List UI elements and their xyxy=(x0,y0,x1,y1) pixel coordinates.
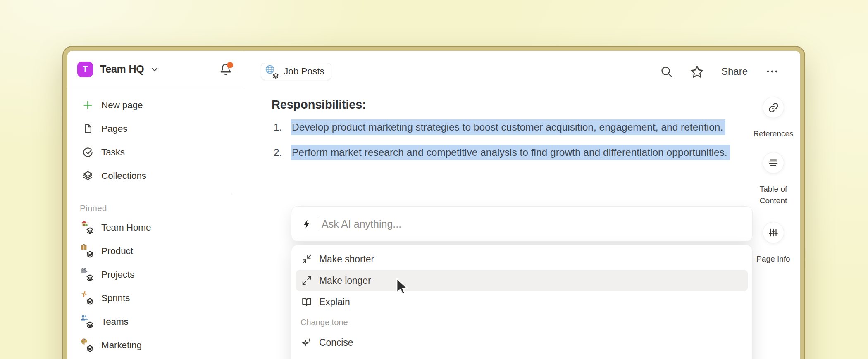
menu-item-label: Make shorter xyxy=(319,254,374,265)
star-icon[interactable] xyxy=(690,65,704,78)
notifications-bell-icon[interactable] xyxy=(219,63,232,76)
sidebar-item-team-home[interactable]: Team Home xyxy=(67,216,244,239)
menu-item-concise[interactable]: Concise xyxy=(296,332,748,353)
sliders-icon xyxy=(768,227,779,238)
sidebar-item-projects[interactable]: Projects xyxy=(67,263,244,286)
text-caret xyxy=(320,217,320,231)
notification-dot xyxy=(227,62,233,68)
pinned-list: Team Home Product Pr xyxy=(67,216,244,357)
sidebar-item-product[interactable]: Product xyxy=(67,239,244,263)
link-icon xyxy=(768,102,779,113)
book-icon xyxy=(300,297,313,307)
sidebar-item-label: Pages xyxy=(101,124,127,134)
arrows-in-icon xyxy=(300,254,313,264)
plus-icon xyxy=(82,100,93,111)
references-button[interactable] xyxy=(763,97,784,118)
menu-item-label: Explain xyxy=(319,297,350,308)
sidebar-divider xyxy=(79,194,232,194)
sidebar-item-label: Teams xyxy=(101,316,129,327)
breadcrumb-page-chip[interactable]: Job Posts xyxy=(261,63,331,80)
sidebar-item-teams[interactable]: Teams xyxy=(67,310,244,333)
list-item[interactable]: 2. Perform market research and competiti… xyxy=(274,144,746,161)
menu-item-make-shorter[interactable]: Make shorter xyxy=(296,248,748,270)
palette-icon xyxy=(82,339,93,352)
sidebar-item-label: Product xyxy=(101,246,133,257)
sidebar-item-label: Sprints xyxy=(101,293,130,304)
sidebar-item-label: Tasks xyxy=(101,147,125,158)
sidebar-item-label: Marketing xyxy=(101,340,142,351)
sidebar-nav: New page Pages Tasks xyxy=(67,88,244,188)
selected-text[interactable]: Develop product marketing strategies to … xyxy=(291,119,725,135)
sidebar-item-label: Team Home xyxy=(101,222,151,233)
rail-label: Table of Content xyxy=(749,183,798,207)
workspace-switcher[interactable]: T Team HQ xyxy=(67,51,244,88)
selected-text[interactable]: Perform market research and competitive … xyxy=(291,145,730,160)
package-icon xyxy=(82,245,93,257)
sidebar: T Team HQ xyxy=(67,51,244,359)
page-icon xyxy=(82,124,93,134)
share-button[interactable]: Share xyxy=(721,66,748,77)
app-window: T Team HQ xyxy=(62,46,805,359)
ai-prompt-input[interactable] xyxy=(322,212,752,236)
document-body: Responsibilities: 1. Develop product mar… xyxy=(244,92,746,169)
toc-icon xyxy=(768,157,779,168)
sidebar-item-tasks[interactable]: Tasks xyxy=(67,140,244,164)
sidebar-item-pages[interactable]: Pages xyxy=(67,117,244,140)
menu-item-make-longer[interactable]: Make longer xyxy=(296,270,748,291)
right-rail: References Table of Content xyxy=(746,51,800,359)
workspace-name: Team HQ xyxy=(100,63,144,75)
sparkle-icon xyxy=(300,337,313,348)
sidebar-item-label: New page xyxy=(101,100,143,111)
rail-label: Page Info xyxy=(749,253,798,265)
list-number: 1. xyxy=(274,119,291,136)
breadcrumb-label: Job Posts xyxy=(284,66,324,77)
runner-icon xyxy=(82,292,93,304)
sidebar-item-sprints[interactable]: Sprints xyxy=(67,286,244,310)
workspace-avatar: T xyxy=(77,62,93,77)
chevron-down-icon[interactable] xyxy=(150,65,159,74)
list-item[interactable]: 1. Develop product marketing strategies … xyxy=(274,119,746,136)
change-tone-section-label: Change tone xyxy=(291,313,752,332)
table-of-content-button[interactable] xyxy=(763,152,784,174)
projector-icon xyxy=(82,269,93,281)
ai-actions-menu: Make shorter Make longer Explain xyxy=(291,245,753,359)
layers-icon xyxy=(82,170,93,181)
rail-label: References xyxy=(749,128,798,140)
menu-item-explain[interactable]: Explain xyxy=(296,291,748,313)
list-number: 2. xyxy=(274,144,291,161)
search-icon[interactable] xyxy=(660,65,673,78)
page-info-button[interactable] xyxy=(763,222,784,243)
pinned-section-label: Pinned xyxy=(80,203,244,213)
sidebar-item-new-page[interactable]: New page xyxy=(67,93,244,117)
globe-icon xyxy=(265,65,279,78)
ai-prompt-popup xyxy=(291,206,753,242)
house-icon xyxy=(82,221,93,234)
main-area: Job Posts Share xyxy=(244,51,800,359)
desktop-background: T Team HQ xyxy=(0,0,868,359)
people-icon xyxy=(82,316,93,328)
task-check-icon xyxy=(82,147,93,158)
sidebar-item-collections[interactable]: Collections xyxy=(67,164,244,188)
sidebar-item-label: Collections xyxy=(101,171,146,181)
topbar: Job Posts Share xyxy=(244,51,800,92)
menu-item-label: Concise xyxy=(319,337,353,348)
menu-item-label: Make longer xyxy=(319,275,371,286)
sidebar-item-label: Projects xyxy=(101,269,134,280)
doc-heading[interactable]: Responsibilities: xyxy=(272,98,746,112)
bolt-icon xyxy=(302,219,312,229)
sidebar-item-marketing[interactable]: Marketing xyxy=(67,333,244,357)
arrows-out-icon xyxy=(300,275,313,286)
